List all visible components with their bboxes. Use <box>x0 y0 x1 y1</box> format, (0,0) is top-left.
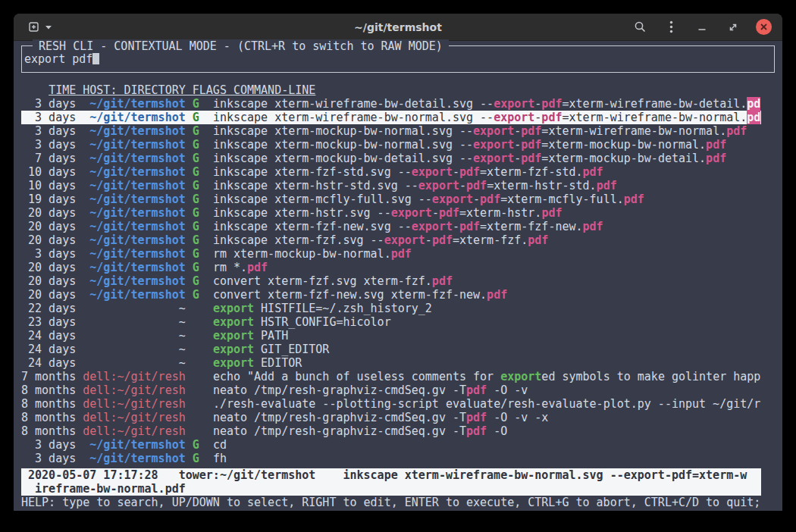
table-row[interactable]: 3 days ~/git/termshot G rm xterm-mockup-… <box>21 247 761 261</box>
row-flags: G <box>193 274 213 288</box>
row-host: ~/git/termshot <box>83 274 193 288</box>
row-time: 20 days <box>21 233 83 247</box>
status-line-1: 2020-05-07 17:17:28 tower:~/git/termshot… <box>21 468 761 482</box>
minimize-icon <box>696 21 708 33</box>
row-flags: G <box>193 138 213 152</box>
row-flags: G <box>193 152 213 165</box>
row-command: export PATH <box>213 329 288 343</box>
row-host: ~/git/termshot <box>83 288 193 302</box>
table-row[interactable]: 8 months dell:~/git/resh neato /tmp/resh… <box>21 411 761 424</box>
table-row[interactable]: 20 days ~/git/termshot G convert xterm-f… <box>21 288 761 302</box>
row-flags: G <box>193 165 213 179</box>
row-host: ~/git/termshot <box>83 247 193 261</box>
row-time: 10 days <box>21 179 83 192</box>
titlebar: ~/git/termshot <box>14 14 782 41</box>
row-host: ~ <box>83 343 193 356</box>
history-list: 3 days ~/git/termshot G inkscape xterm-w… <box>21 97 761 465</box>
restore-button[interactable] <box>725 19 741 36</box>
table-row[interactable]: 7 months dell:~/git/resh echo "Add a bun… <box>21 370 761 383</box>
row-command: echo "Add a bunch of useless comments fo… <box>213 370 760 383</box>
row-command: export HISTFILE=~/.zsh_history_2 <box>213 302 432 315</box>
row-host: ~/git/termshot <box>83 97 193 111</box>
row-host: ~ <box>83 315 193 329</box>
table-row[interactable]: 20 days ~/git/termshot G rm *.pdf <box>21 261 761 274</box>
search-icon <box>634 20 647 33</box>
row-time: 20 days <box>21 261 83 274</box>
row-command: inkscape xterm-mockup-bw-detail.svg --ex… <box>213 152 726 165</box>
table-row[interactable]: 20 days ~/git/termshot G inkscape xterm-… <box>21 233 761 247</box>
table-row[interactable]: 10 days ~/git/termshot G inkscape xterm-… <box>21 179 761 192</box>
row-host: dell:~/git/resh <box>83 411 193 424</box>
close-icon <box>760 23 768 31</box>
table-row[interactable]: 24 days ~ export EDITOR <box>21 356 761 370</box>
row-command: inkscape xterm-hstr.svg --export-pdf=xte… <box>213 206 563 220</box>
row-host: ~/git/termshot <box>83 152 193 165</box>
row-command: fh <box>213 452 227 465</box>
table-row[interactable]: 23 days ~ export HSTR_CONFIG=hicolor <box>21 315 761 329</box>
row-time: 3 days <box>21 438 83 452</box>
row-command: inkscape xterm-mockup-bw-normal.svg --ex… <box>213 124 747 138</box>
table-row[interactable]: 3 days ~/git/termshot G inkscape xterm-m… <box>21 138 761 152</box>
row-flags <box>193 329 213 343</box>
row-command: inkscape xterm-fzf-std.svg --export-pdf=… <box>213 165 603 179</box>
status-bar: 2020-05-07 17:17:28 tower:~/git/termshot… <box>21 468 761 496</box>
row-host: ~/git/termshot <box>83 124 193 138</box>
table-row[interactable]: 20 days ~/git/termshot G convert xterm-f… <box>21 274 761 288</box>
kebab-menu-icon <box>669 20 673 33</box>
row-time: 19 days <box>21 192 83 206</box>
row-flags <box>193 397 213 411</box>
row-flags: G <box>193 452 213 465</box>
row-flags: G <box>193 247 213 261</box>
terminal-window: ~/git/termshot <box>14 14 782 511</box>
close-button[interactable] <box>756 19 772 35</box>
row-command: inkscape xterm-fzf.svg --export-pdf=xter… <box>213 233 549 247</box>
row-time: 3 days <box>21 111 83 124</box>
row-command: inkscape xterm-wireframe-bw-normal.svg -… <box>213 111 760 124</box>
row-host: ~/git/termshot <box>83 192 193 206</box>
row-command: export GIT_EDITOR <box>213 343 330 356</box>
table-row[interactable]: 20 days ~/git/termshot G inkscape xterm-… <box>21 220 761 233</box>
minimize-button[interactable] <box>694 19 710 36</box>
search-button[interactable] <box>631 19 648 36</box>
row-host: ~/git/termshot <box>83 165 193 179</box>
table-row[interactable]: 24 days ~ export PATH <box>21 329 761 343</box>
table-header: TIME HOST: DIRECTORY FLAGS COMMAND-LINE <box>21 83 775 97</box>
row-host: ~/git/termshot <box>83 179 193 192</box>
row-flags <box>193 315 213 329</box>
table-row[interactable]: 22 days ~ export HISTFILE=~/.zsh_history… <box>21 302 761 315</box>
table-row[interactable]: 3 days ~/git/termshot G cd <box>21 438 761 452</box>
row-command: inkscape xterm-hstr-std.svg --export-pdf… <box>213 179 617 192</box>
table-row[interactable]: 19 days ~/git/termshot G inkscape xterm-… <box>21 192 761 206</box>
row-flags: G <box>193 124 213 138</box>
row-time: 20 days <box>21 274 83 288</box>
row-command: rm *.pdf <box>213 261 268 274</box>
row-flags: G <box>193 97 213 111</box>
row-flags: G <box>193 192 213 206</box>
table-row[interactable]: 3 days ~/git/termshot G fh <box>21 452 761 465</box>
row-flags <box>193 411 213 424</box>
table-row[interactable]: 8 months dell:~/git/resh ./resh-evaluate… <box>21 397 761 411</box>
table-header-pad <box>21 83 49 97</box>
table-row[interactable]: 3 days ~/git/termshot G inkscape xterm-w… <box>21 111 761 124</box>
table-row[interactable]: 3 days ~/git/termshot G inkscape xterm-w… <box>21 97 761 111</box>
table-row[interactable]: 24 days ~ export GIT_EDITOR <box>21 343 761 356</box>
table-row[interactable]: 8 months dell:~/git/resh neato /tmp/resh… <box>21 424 761 438</box>
text-cursor <box>92 53 99 64</box>
row-command: export HSTR_CONFIG=hicolor <box>213 315 391 329</box>
new-tab-icon <box>28 20 41 33</box>
row-flags <box>193 424 213 438</box>
table-row[interactable]: 7 days ~/git/termshot G inkscape xterm-m… <box>21 152 761 165</box>
row-flags: G <box>193 261 213 274</box>
menu-button[interactable] <box>663 19 679 36</box>
row-flags: G <box>193 179 213 192</box>
row-command: rm xterm-mockup-bw-normal.pdf <box>213 247 412 261</box>
row-host: dell:~/git/resh <box>83 383 193 397</box>
table-row[interactable]: 3 days ~/git/termshot G inkscape xterm-m… <box>21 124 761 138</box>
table-row[interactable]: 8 months dell:~/git/resh neato /tmp/resh… <box>21 383 761 397</box>
table-row[interactable]: 10 days ~/git/termshot G inkscape xterm-… <box>21 165 761 179</box>
table-row[interactable]: 20 days ~/git/termshot G inkscape xterm-… <box>21 206 761 220</box>
new-tab-button[interactable] <box>26 19 42 36</box>
row-flags <box>193 356 213 370</box>
tab-dropdown-button[interactable] <box>44 19 53 36</box>
row-command: export EDITOR <box>213 356 302 370</box>
